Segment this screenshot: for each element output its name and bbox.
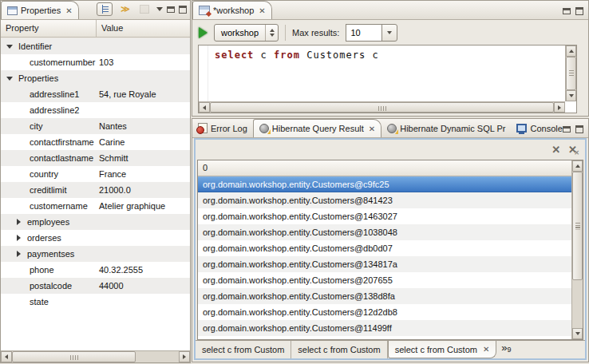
max-results-label: Max results: — [292, 28, 339, 38]
subtab-overflow-indicator[interactable]: »9 — [496, 341, 516, 354]
restore-default-button — [136, 2, 152, 16]
editor-vscrollbar[interactable] — [565, 46, 576, 101]
tree-mode-button[interactable] — [97, 2, 113, 16]
result-row[interactable]: org.domain.workshop.entity.Customers@c9f… — [198, 176, 571, 192]
scroll-left-icon[interactable] — [1, 351, 12, 362]
query-result-table: 0 org.domain.workshop.entity.Customers@c… — [197, 160, 583, 340]
result-subtab-label: select c from Custom — [298, 345, 380, 354]
results-tabs: Error LogHibernate Query Result✕Hibernat… — [192, 119, 563, 137]
scroll-thumb[interactable] — [210, 102, 554, 113]
max-results-value[interactable]: 10 — [346, 24, 382, 42]
max-results-combo[interactable]: 10 — [346, 24, 397, 42]
property-row[interactable]: addressline154, rue Royale — [1, 86, 190, 102]
minimize-icon[interactable] — [563, 126, 571, 133]
editor-hscrollbar[interactable] — [199, 101, 565, 113]
pin-button[interactable]: ≫ — [117, 2, 132, 16]
result-column-header[interactable]: 0 — [198, 160, 571, 176]
scroll-up-icon[interactable] — [566, 46, 576, 57]
result-subtab[interactable]: select c from Custom — [291, 341, 387, 358]
maximize-icon[interactable] — [575, 125, 583, 133]
minimize-icon[interactable] — [167, 6, 175, 13]
configuration-combo[interactable]: workshop — [214, 24, 279, 42]
scroll-thumb[interactable] — [572, 172, 583, 280]
tab-console[interactable]: Console — [511, 119, 563, 137]
property-row[interactable]: phone40.32.2555 — [1, 262, 190, 278]
result-row[interactable]: org.domain.workshop.entity.Customers@134… — [198, 256, 571, 272]
remove-result-icon[interactable]: ✕ — [551, 144, 560, 155]
collapsed-arrow-icon[interactable] — [17, 251, 21, 257]
scroll-thumb[interactable] — [12, 351, 136, 362]
tab-hibernate-dynamic-sql-pr[interactable]: Hibernate Dynamic SQL Pr — [381, 119, 511, 137]
property-row[interactable]: paymentses — [1, 246, 190, 262]
result-row[interactable]: org.domain.workshop.entity.Customers@207… — [198, 272, 571, 288]
arrows-icon: ≫ — [121, 4, 128, 14]
maximize-icon[interactable] — [179, 6, 187, 14]
property-value: 40.32.2555 — [97, 265, 190, 275]
property-row[interactable]: creditlimit21000.0 — [1, 182, 190, 198]
tab-error-log[interactable]: Error Log — [192, 119, 253, 137]
scroll-right-icon[interactable] — [179, 351, 190, 362]
hql-query-text[interactable]: select c from Customers c — [215, 49, 379, 61]
maximize-icon[interactable] — [575, 7, 583, 15]
view-menu-icon[interactable] — [156, 7, 163, 11]
property-row[interactable]: customernameAtelier graphique — [1, 198, 190, 214]
properties-tabbar: Properties ✕ ≫ — [1, 1, 190, 20]
result-row[interactable]: org.domain.workshop.entity.Customers@114… — [198, 320, 571, 336]
collapsed-arrow-icon[interactable] — [17, 219, 21, 225]
property-row[interactable]: countryFrance — [1, 166, 190, 182]
result-row[interactable]: org.domain.workshop.entity.Customers@146… — [198, 208, 571, 224]
result-row[interactable]: org.domain.workshop.entity.Customers@138… — [198, 288, 571, 304]
close-icon[interactable]: ✕ — [259, 6, 265, 15]
result-row[interactable]: org.domain.workshop.entity.Customers@103… — [198, 224, 571, 240]
close-icon[interactable]: ✕ — [369, 125, 375, 133]
chevron-down-icon[interactable] — [381, 24, 397, 42]
close-icon[interactable]: ✕ — [483, 345, 489, 354]
hql-editor-area[interactable]: select c from Customers c — [198, 45, 577, 113]
property-row[interactable]: postalcode44000 — [1, 278, 190, 294]
result-row[interactable]: org.domain.workshop.entity.Customers@12d… — [198, 304, 571, 320]
properties-hscrollbar[interactable] — [1, 350, 190, 362]
column-header-value[interactable]: Value — [97, 20, 190, 37]
property-row[interactable]: state — [1, 294, 190, 310]
property-row[interactable]: contactfirstnameCarine — [1, 134, 190, 150]
icon-errorlog — [198, 123, 208, 133]
hibernate-query-result-view: Error LogHibernate Query Result✕Hibernat… — [192, 118, 589, 362]
results-tabbar: Error LogHibernate Query Result✕Hibernat… — [192, 119, 588, 138]
result-row[interactable]: org.domain.workshop.entity.Customers@db0… — [198, 240, 571, 256]
collapsed-arrow-icon[interactable] — [17, 235, 21, 241]
spinner-icon[interactable] — [265, 25, 278, 41]
close-icon[interactable]: ✕ — [65, 6, 72, 15]
expanded-arrow-icon[interactable] — [6, 45, 13, 49]
property-name-cell: contactlastname — [1, 153, 97, 163]
scroll-down-icon[interactable] — [566, 90, 576, 101]
result-subtab[interactable]: select c from Custom — [196, 341, 291, 358]
scroll-down-icon[interactable] — [572, 328, 583, 339]
minimize-icon[interactable] — [563, 8, 571, 14]
run-hql-button[interactable] — [199, 27, 208, 38]
scroll-left-icon[interactable] — [199, 102, 210, 113]
scroll-thumb[interactable] — [566, 57, 576, 90]
property-row[interactable]: Properties — [1, 70, 190, 86]
result-subtab[interactable]: select c from Custom✕ — [388, 341, 497, 358]
scroll-right-icon[interactable] — [554, 102, 565, 113]
expanded-arrow-icon[interactable] — [6, 77, 13, 81]
column-header-property[interactable]: Property — [1, 20, 97, 37]
property-row[interactable]: cityNantes — [1, 118, 190, 134]
tab-hibernate-query-result[interactable]: Hibernate Query Result✕ — [253, 119, 381, 137]
tab-properties[interactable]: Properties ✕ — [1, 1, 79, 19]
property-name-cell: paymentses — [1, 249, 97, 259]
results-vscrollbar[interactable] — [571, 160, 583, 339]
property-row[interactable]: customernumber103 — [1, 54, 190, 70]
remove-all-results-icon[interactable]: ✕ — [568, 144, 577, 155]
property-row[interactable]: addressline2 — [1, 102, 190, 118]
property-row[interactable]: employees — [1, 214, 190, 230]
property-row[interactable]: Identifier — [1, 38, 190, 54]
configuration-combo-value: workshop — [215, 28, 265, 38]
tab-workshop-editor[interactable]: *workshop ✕ — [192, 1, 272, 19]
property-row[interactable]: contactlastnameSchmitt — [1, 150, 190, 166]
property-value: Atelier graphique — [97, 201, 190, 211]
property-row[interactable]: orderses — [1, 230, 190, 246]
property-name-cell: city — [1, 121, 97, 131]
scroll-up-icon[interactable] — [572, 160, 583, 172]
result-row[interactable]: org.domain.workshop.entity.Customers@841… — [198, 192, 571, 208]
